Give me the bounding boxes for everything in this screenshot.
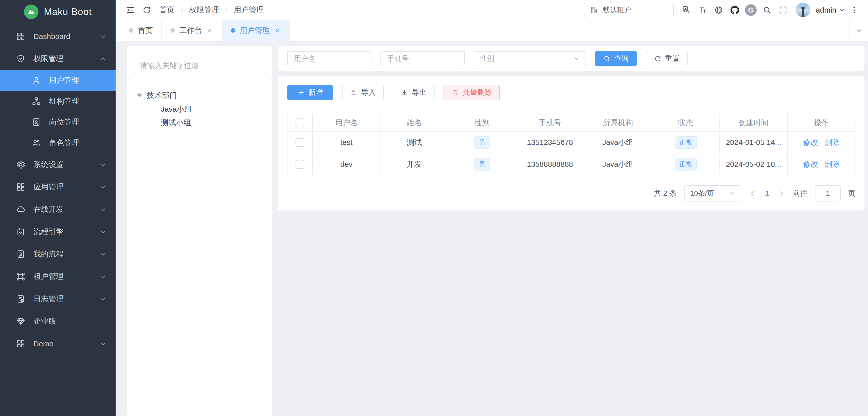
- tenant-select[interactable]: 默认租户: [584, 3, 674, 17]
- sidebar-item-角色管理[interactable]: 角色管理: [0, 132, 116, 153]
- mobile-input[interactable]: [380, 51, 465, 66]
- refresh-page-icon[interactable]: [139, 3, 154, 17]
- user-table: 用户名姓名性别手机号所属机构状态创建时间操作 test测试男1351234567…: [287, 114, 856, 175]
- tabs-dropdown-button[interactable]: [849, 20, 868, 41]
- more-options-icon[interactable]: [847, 3, 862, 17]
- translate-icon[interactable]: [679, 3, 694, 17]
- search-icon[interactable]: [760, 3, 774, 17]
- column-header-操作: 操作: [787, 114, 856, 131]
- add-button[interactable]: 新增: [287, 85, 333, 100]
- tab-dot: [129, 28, 133, 33]
- tree-node-测试小组[interactable]: 测试小组: [134, 116, 266, 129]
- tab-dot: [170, 28, 175, 33]
- next-page-button[interactable]: [778, 190, 785, 197]
- edit-link[interactable]: 修改: [803, 160, 818, 168]
- gender-cell: 男: [448, 153, 516, 175]
- sidebar-item-Demo[interactable]: Demo: [0, 332, 116, 355]
- name-cell: 开发: [380, 153, 448, 175]
- username-input[interactable]: [287, 51, 371, 66]
- chevron-down-icon: [855, 27, 863, 34]
- select-all-checkbox[interactable]: [296, 118, 304, 127]
- gitee-icon[interactable]: G: [744, 3, 758, 17]
- sidebar-item-企业版[interactable]: 企业版: [0, 310, 116, 332]
- row-checkbox[interactable]: [296, 138, 304, 147]
- row-checkbox[interactable]: [296, 160, 304, 169]
- status-cell: 正常: [652, 131, 720, 153]
- batch-delete-button[interactable]: 批量删除: [443, 85, 500, 100]
- prev-page-button[interactable]: [749, 190, 756, 197]
- github-icon[interactable]: [727, 3, 742, 17]
- tab-dot: [231, 28, 235, 33]
- query-button[interactable]: 查询: [595, 51, 637, 66]
- collapse-sidebar-icon[interactable]: [123, 3, 138, 17]
- user-menu[interactable]: admin: [816, 6, 845, 14]
- chevron-down-icon: [729, 190, 735, 197]
- delete-link[interactable]: 删除: [825, 160, 840, 168]
- sidebar-item-系统设置[interactable]: 系统设置: [0, 153, 116, 176]
- gender-select[interactable]: 性别: [474, 51, 586, 66]
- page-number[interactable]: 1: [765, 189, 769, 198]
- plus-icon: [297, 89, 305, 96]
- app-logo[interactable]: Maku Boot: [0, 0, 116, 24]
- tree-node-Java小组[interactable]: Java小组: [134, 102, 266, 116]
- gender-select-placeholder: 性别: [480, 54, 494, 64]
- sidebar-item-流程引擎[interactable]: 流程引擎: [0, 220, 116, 243]
- pagination: 共 2 条 10条/页 1 前往 页: [287, 185, 856, 202]
- sidebar-item-label: 系统设置: [33, 159, 91, 170]
- column-header-所属机构: 所属机构: [584, 114, 652, 131]
- tab-label: 首页: [138, 25, 153, 36]
- close-icon[interactable]: [207, 27, 213, 34]
- tab-工作台[interactable]: 工作台: [162, 20, 222, 41]
- edit-link[interactable]: 修改: [803, 138, 818, 146]
- chevron-down-icon: [99, 184, 106, 191]
- sidebar-item-Dashboard[interactable]: Dashboard: [0, 25, 116, 48]
- breadcrumb: 首页权限管理用户管理: [159, 5, 264, 15]
- sidebar-item-label: 机构管理: [49, 96, 106, 107]
- tree-node-root[interactable]: 技术部门: [134, 88, 266, 102]
- name-cell: 测试: [380, 131, 448, 153]
- cloud-icon: [16, 205, 25, 214]
- fullscreen-icon[interactable]: [776, 3, 790, 17]
- avatar[interactable]: [796, 3, 810, 17]
- tab-首页[interactable]: 首页: [120, 20, 162, 41]
- tab-label: 用户管理: [240, 25, 270, 36]
- sidebar-item-应用管理[interactable]: 应用管理: [0, 176, 116, 198]
- sidebar-item-在线开发[interactable]: 在线开发: [0, 198, 116, 220]
- column-header-用户名: 用户名: [313, 114, 380, 131]
- globe-icon[interactable]: [711, 3, 726, 17]
- chevron-down-icon: [99, 206, 106, 213]
- close-icon[interactable]: [274, 27, 281, 34]
- org-icon: [32, 96, 41, 106]
- goto-page-input[interactable]: [815, 185, 841, 202]
- table-row: test测试男13512345678Java小组正常2024-01-05 14.…: [287, 131, 856, 153]
- sidebar-item-我的流程[interactable]: 我的流程: [0, 243, 116, 265]
- created-cell: 2024-01-05 14...: [720, 131, 787, 153]
- sidebar-item-权限管理[interactable]: 权限管理: [0, 48, 116, 70]
- sidebar-item-label: 租户管理: [33, 271, 91, 282]
- search-icon: [603, 55, 611, 62]
- sidebar-item-机构管理[interactable]: 机构管理: [0, 91, 116, 112]
- breadcrumb-item[interactable]: 用户管理: [234, 5, 264, 15]
- table-card: 新增 导入 导出 批量删除: [278, 76, 865, 210]
- column-header-创建时间: 创建时间: [720, 114, 787, 131]
- chevron-down-icon: [99, 273, 106, 280]
- font-size-icon[interactable]: [695, 3, 710, 17]
- import-button[interactable]: 导入: [342, 85, 384, 100]
- delete-link[interactable]: 删除: [825, 138, 840, 146]
- sidebar-item-租户管理[interactable]: 租户管理: [0, 265, 116, 288]
- tree-filter-input[interactable]: [134, 58, 266, 73]
- reset-button[interactable]: 重置: [646, 51, 688, 66]
- sidebar-item-label: Dashboard: [33, 32, 91, 41]
- sidebar-item-用户管理[interactable]: 用户管理: [0, 70, 116, 91]
- tab-用户管理[interactable]: 用户管理: [222, 20, 290, 41]
- chevron-down-icon: [99, 161, 106, 168]
- page-size-select[interactable]: 10条/页: [684, 185, 741, 202]
- breadcrumb-item[interactable]: 首页: [159, 5, 175, 15]
- export-button[interactable]: 导出: [393, 85, 434, 100]
- sidebar-item-日志管理[interactable]: 日志管理: [0, 288, 116, 310]
- actions-cell: 修改删除: [787, 131, 856, 153]
- gender-badge: 男: [474, 136, 490, 149]
- sidebar-item-岗位管理[interactable]: 岗位管理: [0, 112, 116, 132]
- breadcrumb-item[interactable]: 权限管理: [189, 5, 219, 15]
- chevron-right-icon: [223, 7, 230, 13]
